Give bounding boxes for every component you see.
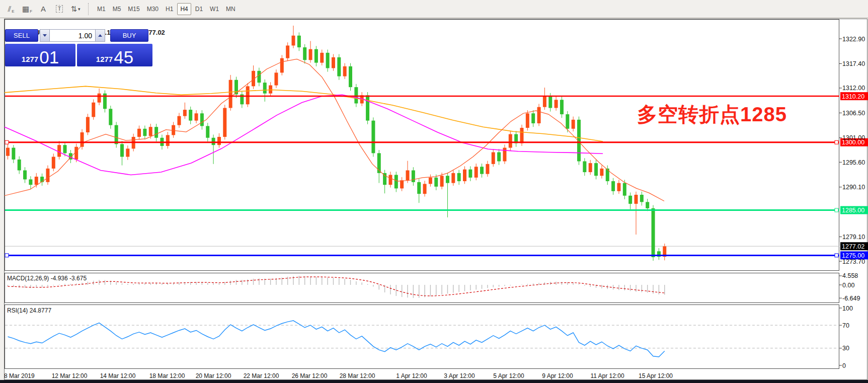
candle [183,103,187,119]
sell-price-big: 01 [39,50,59,65]
triangle-up-icon [98,34,102,37]
price-tick-label: 1312.00 [842,85,865,92]
candle [617,180,620,194]
candle [206,123,209,141]
candle [388,172,392,187]
sell-button[interactable]: SELL [5,29,38,42]
candle [303,44,306,64]
timeframe-M30-button[interactable]: M30 [144,3,162,15]
candle [514,131,518,146]
application-window: ⫽E▦FAT⇅▾ M1M5M15M30H1H4D1W1MN 1310.20130… [0,0,868,383]
candle [143,126,146,140]
line-handle[interactable] [835,208,838,212]
buy-price-small: 1277 [96,55,113,63]
sell-price-box[interactable]: 1277 01 [5,44,75,66]
line-handle[interactable] [5,254,9,257]
price-tick-label: 1317.40 [842,60,865,67]
candle [406,161,410,183]
candle [383,170,386,194]
tool-draw-pattern-e-button[interactable]: ⫽E [3,2,19,16]
rsi-scale-label: 70 [842,322,849,329]
date-tick-label: 18 Mar 12:00 [149,372,185,379]
price-tick-label: 1295.60 [842,159,865,166]
candle [371,117,375,157]
candle [12,145,15,163]
rsi-panel-frame [5,305,839,369]
axis-price-label: 1277.02 [842,243,864,250]
candle [189,107,192,124]
candle [286,42,289,61]
candle [269,82,272,96]
candle [246,83,250,107]
candle [126,145,129,160]
candle [566,111,569,132]
date-tick-label: 15 Apr 12:00 [639,372,673,379]
candle [332,54,335,71]
tool-fibo-grid-f-button[interactable]: ▦F [19,2,35,16]
line-handle[interactable] [835,140,838,144]
candle [537,104,541,126]
date-tick-label: 12 Mar 12:00 [52,372,88,379]
candle [115,122,118,147]
macd-scale-label: 4.558 [842,272,858,279]
candle [195,110,198,123]
candle [257,68,261,87]
tool-arrange-arrows-button[interactable]: ⇅▾ [67,2,84,16]
bottom-taskbar-strip [0,380,868,383]
macd-scale-label: 0.00 [842,282,854,289]
candle [326,50,330,72]
candle [480,164,484,178]
candle [6,144,10,160]
timeframe-D1-button[interactable]: D1 [192,3,206,15]
volume-input[interactable] [50,29,95,42]
timeframe-M5-button[interactable]: M5 [110,3,124,15]
candle [457,170,461,185]
line-handle[interactable] [835,254,838,257]
date-tick-label: 28 Mar 12:00 [340,372,375,379]
candle [137,126,141,140]
candle [234,76,238,98]
rsi-scale-label: 0 [842,362,846,369]
timeframe-H4-button[interactable]: H4 [177,3,191,15]
candle [635,192,638,235]
draw-pattern-e-sub-label: E [12,9,14,14]
date-tick-label: 8 Mar 2019 [4,372,35,379]
candle [57,141,61,160]
volume-decrease-button[interactable] [40,29,50,42]
candle [46,166,49,185]
tool-text-box-t-button[interactable]: T [51,2,67,16]
price-tick-label: 1290.10 [842,184,865,191]
tool-text-label-a-button[interactable]: A [35,2,51,16]
candle [86,114,90,135]
toolbar-separator [88,3,89,15]
timeframe-M1-button[interactable]: M1 [94,3,109,15]
date-tick-label: 14 Mar 12:00 [100,372,136,379]
candle [377,150,381,183]
candle [320,50,324,65]
candle [29,176,32,189]
candle [314,46,318,66]
timeframe-M15-button[interactable]: M15 [125,3,142,15]
draw-pattern-e-icon: ⫽ [8,5,11,14]
candle [120,141,124,166]
volume-increase-button[interactable] [95,29,105,42]
candle [646,199,649,211]
candle [223,105,226,139]
date-tick-label: 3 Apr 12:00 [444,372,475,379]
date-tick-label: 9 Apr 12:00 [542,372,573,379]
buy-button[interactable]: BUY [110,29,148,42]
axis-price-label: 1285.00 [842,207,864,214]
timeframe-MN-button[interactable]: MN [223,3,239,15]
candle [594,160,598,180]
buy-price-box[interactable]: 1277 45 [77,44,152,66]
candle [451,170,455,186]
rsi-scale-label: 30 [842,345,849,352]
line-handle[interactable] [5,140,9,144]
text-label-a-icon: A [41,5,46,13]
timeframe-H1-button[interactable]: H1 [163,3,176,15]
price-tick-label: 1279.10 [842,234,865,241]
candle [309,41,312,62]
timeframe-W1-button[interactable]: W1 [207,3,222,15]
toolbar-tools-group: ⫽E▦FAT⇅▾ [3,2,84,16]
candle [589,160,592,175]
